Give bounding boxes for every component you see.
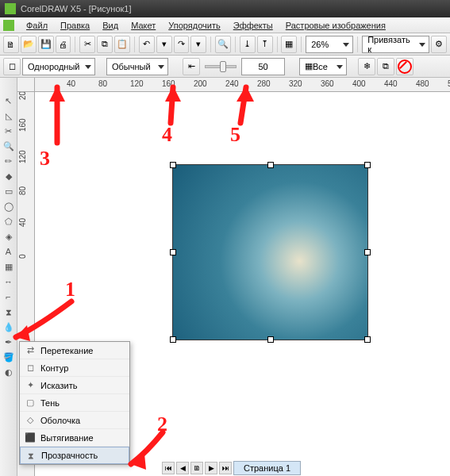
svg-marker-4 [237, 86, 254, 102]
annotation-arrow-5 [0, 0, 450, 476]
annotation-2: 2 [157, 413, 167, 436]
annotation-1: 1 [65, 278, 75, 301]
annotation-3: 3 [40, 147, 50, 171]
annotation-5: 5 [230, 123, 240, 147]
annotation-4: 4 [162, 123, 172, 147]
